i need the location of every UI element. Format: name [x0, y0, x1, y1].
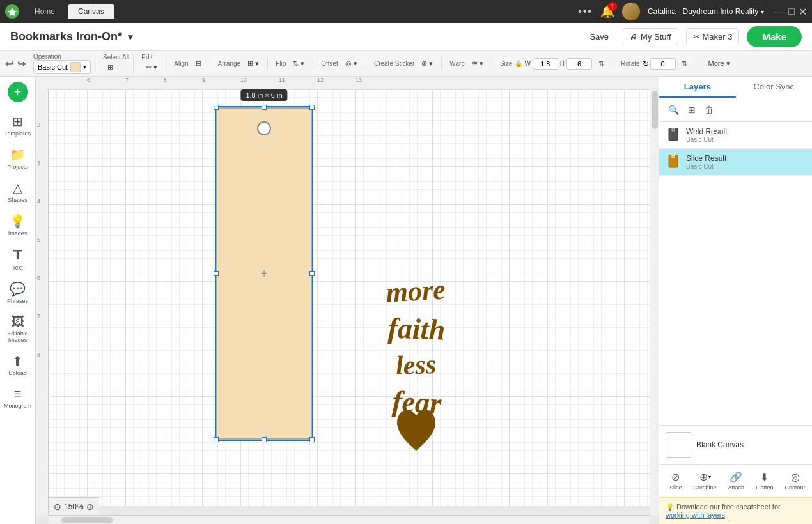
flip-button[interactable]: ⇅ ▾ [288, 57, 309, 70]
sidebar-item-templates[interactable]: ⊞ Templates [2, 110, 34, 141]
layer-weld-result[interactable]: Weld Result Basic Cut [659, 122, 812, 149]
maximize-button[interactable]: □ [788, 6, 795, 18]
tab-color-sync[interactable]: Color Sync [736, 77, 813, 98]
handle-middle-right[interactable] [309, 271, 315, 276]
canvas-grid[interactable]: 1.8 in × 6 in + more faith less fear [49, 89, 650, 506]
arrange-button[interactable]: ⊞ ▾ [243, 57, 263, 70]
templates-icon: ⊞ [12, 114, 23, 129]
rotate-arrows-button[interactable]: ⇅ [677, 57, 692, 70]
handle-bottom-left[interactable] [214, 437, 219, 442]
select-all-label: Select All [103, 54, 129, 61]
close-button[interactable]: ✕ [799, 6, 807, 18]
warp-section: Warp ≋ ▾ [446, 57, 492, 70]
operation-select[interactable]: Basic Cut ▾ [33, 60, 91, 74]
sidebar-item-shapes[interactable]: △ Shapes [2, 176, 34, 207]
height-label: H [560, 60, 565, 67]
select-all-button[interactable]: ⊞ [103, 61, 118, 74]
rotate-input[interactable] [650, 58, 676, 70]
nav-tab-canvas[interactable]: Canvas [68, 4, 114, 19]
handle-top-right[interactable] [309, 105, 315, 110]
contour-label: Contour [785, 484, 806, 491]
layer-weld-name: Weld Result [686, 127, 806, 136]
new-button[interactable]: + [8, 82, 28, 102]
zoom-out-button[interactable]: ⊖ [54, 502, 61, 512]
ruler-h-12: 12 [317, 77, 324, 83]
search-layers-button[interactable]: 🔍 [666, 102, 682, 118]
combine-icon: ⊕ [699, 471, 708, 483]
make-button[interactable]: Make [747, 26, 802, 47]
tab-layers[interactable]: Layers [659, 77, 736, 98]
width-input[interactable] [533, 58, 558, 70]
scroll-horizontal[interactable] [49, 515, 650, 524]
ruler-vertical: 2 3 4 5 6 7 8 [36, 89, 49, 515]
scroll-vertical[interactable] [650, 89, 659, 515]
handle-middle-left[interactable] [214, 271, 219, 276]
operation-chevron-icon: ▾ [83, 64, 86, 70]
tip-link[interactable]: working with layers [666, 511, 725, 519]
nav-tab-home[interactable]: Home [24, 4, 65, 19]
svg-text:less: less [395, 350, 437, 380]
title-dropdown-icon[interactable]: ▾ [128, 32, 132, 42]
zoom-in-button[interactable]: ⊕ [86, 502, 94, 512]
combine-arrow-icon: ▾ [708, 474, 711, 480]
sidebar-item-phrases[interactable]: 💬 Phrases [2, 277, 34, 308]
notifications-bell[interactable]: 🔔 1 [600, 4, 614, 19]
create-sticker-label: Create Sticker [374, 60, 414, 67]
app-logo[interactable] [5, 4, 19, 19]
layer-slice-result[interactable]: Slice Result Basic Cut [659, 149, 812, 176]
ruler-v-6: 6 [37, 275, 40, 281]
nav-more-dots[interactable]: ••• [578, 6, 593, 17]
layer-slice-name: Slice Result [686, 154, 806, 163]
ruler-h-9: 9 [202, 77, 205, 83]
minimize-button[interactable]: — [774, 6, 785, 18]
flatten-label: Flatten [756, 484, 774, 491]
handle-top-left[interactable] [214, 105, 219, 110]
contour-tool[interactable]: ◎ Contour [781, 468, 809, 493]
attach-tool[interactable]: 🔗 Attach [724, 468, 749, 493]
create-sticker-button[interactable]: ⊛ ▾ [417, 57, 437, 70]
bookmark-shape[interactable]: 1.8 in × 6 in + [216, 107, 312, 440]
handle-bottom-middle[interactable] [262, 437, 267, 442]
zoom-controls: ⊖ 150% ⊕ [49, 497, 99, 515]
height-input[interactable] [566, 58, 592, 70]
user-name[interactable]: Catalina - Daydream Into Reality ▾ [648, 7, 764, 16]
offset-button[interactable]: ◎ ▾ [341, 57, 362, 70]
size-arrows-button[interactable]: ⇅ [594, 57, 609, 70]
tip-bar: 💡 Download our free cheatsheet for worki… [659, 497, 812, 524]
more-section: More ▾ [700, 57, 738, 70]
warp-button[interactable]: ≋ ▾ [467, 57, 488, 70]
handle-bottom-right[interactable] [309, 437, 315, 442]
text-design[interactable]: more faith less fear [362, 262, 471, 494]
blank-canvas-box [666, 432, 691, 458]
sidebar-item-upload[interactable]: ⬆ Upload [2, 350, 34, 380]
delete-layer-button[interactable]: 🗑 [702, 102, 716, 118]
sidebar-item-text[interactable]: T Text [2, 243, 34, 275]
tip-prefix: 💡 Download our free cheatsheet for [666, 503, 781, 511]
add-group-button[interactable]: ⊞ [685, 102, 698, 118]
main-layout: + ⊞ Templates 📁 Projects △ Shapes 💡 Imag… [0, 77, 812, 524]
ruler-h-6: 6 [87, 77, 90, 83]
edit-button[interactable]: ✏ ▾ [141, 61, 162, 74]
my-stuff-button[interactable]: 🖨 My Stuff [623, 28, 678, 45]
ruler-v-2: 2 [37, 121, 40, 128]
bookmark-hole [257, 121, 271, 135]
more-button[interactable]: More ▾ [704, 57, 735, 70]
slice-tool[interactable]: ⊘ Slice [666, 468, 686, 493]
align-button[interactable]: ⊟ [191, 57, 206, 70]
handle-top-middle[interactable] [262, 105, 267, 110]
redo-button[interactable]: ↪ [17, 58, 26, 70]
layer-weld-text: Weld Result Basic Cut [686, 127, 806, 143]
templates-label: Templates [4, 130, 31, 137]
attach-icon: 🔗 [730, 471, 742, 483]
user-avatar[interactable] [622, 3, 640, 20]
combine-tool[interactable]: ⊕ ▾ Combine [690, 468, 721, 493]
flatten-tool[interactable]: ⬇ Flatten [752, 468, 777, 493]
sidebar-item-monogram[interactable]: ≡ Monogram [2, 383, 34, 413]
maker3-button[interactable]: ✂ Maker 3 [686, 28, 740, 45]
undo-button[interactable]: ↩ [5, 58, 13, 70]
save-button[interactable]: Save [583, 28, 615, 45]
monogram-icon: ≡ [14, 387, 22, 401]
sidebar-item-editable-images[interactable]: 🖼 Editable Images [2, 311, 34, 347]
sidebar-item-images[interactable]: 💡 Images [2, 210, 34, 240]
sidebar-item-projects[interactable]: 📁 Projects [2, 143, 34, 174]
